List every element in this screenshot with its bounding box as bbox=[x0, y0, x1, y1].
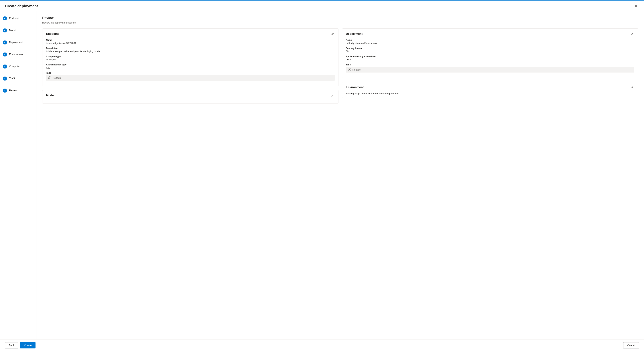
endpoint-description-field: Description this is a sample online endp… bbox=[46, 47, 335, 53]
deployment-insights-label: Application Insights enabled bbox=[346, 55, 634, 58]
step-line-compute bbox=[5, 69, 5, 76]
step-circle-deployment bbox=[3, 41, 7, 45]
endpoint-tags-label: Tags bbox=[46, 72, 335, 74]
step-circle-environment bbox=[3, 53, 7, 57]
endpoint-auth-field: Authentication type Key bbox=[46, 64, 335, 69]
step-label-review: Review bbox=[9, 89, 18, 92]
deployment-name-field: Name od-fridge-items-mlflow-deploy bbox=[346, 39, 634, 45]
close-button[interactable] bbox=[633, 4, 639, 8]
step-line-endpoint bbox=[5, 21, 5, 27]
endpoint-name-value: ic-mc-fridge-items-07272031 bbox=[46, 42, 335, 45]
endpoint-compute-value: Managed bbox=[46, 58, 335, 61]
left-column: Endpoint Name ic-mc-fridge-items-0727203… bbox=[42, 29, 338, 104]
step-label-deployment: Deployment bbox=[9, 41, 23, 44]
step-circle-compute bbox=[3, 65, 7, 69]
deployment-timeout-label: Scoring timeout bbox=[346, 47, 634, 50]
step-connector-review bbox=[3, 89, 7, 93]
cards-row: Endpoint Name ic-mc-fridge-items-0727203… bbox=[42, 29, 638, 104]
step-connector-deployment bbox=[3, 41, 7, 51]
step-review: Review bbox=[0, 88, 36, 93]
deployment-tags-value: No tags bbox=[352, 68, 361, 71]
step-endpoint: Endpoint bbox=[0, 15, 36, 27]
step-line-deployment bbox=[5, 45, 5, 51]
step-connector-traffic bbox=[3, 77, 7, 88]
endpoint-tags-value: No tags bbox=[52, 77, 61, 79]
endpoint-tags-info-icon: i bbox=[48, 76, 51, 79]
environment-edit-button[interactable] bbox=[630, 86, 634, 89]
endpoint-name-field: Name ic-mc-fridge-items-07272031 bbox=[46, 39, 335, 45]
deployment-card: Deployment Name od-fridge-items-mlflow-d… bbox=[342, 29, 638, 78]
step-traffic: Traffic bbox=[0, 76, 36, 88]
create-button[interactable]: Create bbox=[20, 342, 36, 348]
step-circle-endpoint bbox=[3, 17, 7, 21]
step-connector-environment bbox=[3, 53, 7, 64]
endpoint-card: Endpoint Name ic-mc-fridge-items-0727203… bbox=[42, 29, 338, 86]
model-card-header: Model bbox=[46, 94, 335, 98]
deployment-edit-button[interactable] bbox=[630, 32, 634, 36]
review-subtitle: Review the deployment settings bbox=[42, 21, 638, 24]
endpoint-name-label: Name bbox=[46, 39, 335, 41]
step-label-environment: Environment bbox=[9, 53, 24, 56]
model-edit-button[interactable] bbox=[330, 94, 335, 98]
back-button[interactable]: Back bbox=[5, 342, 18, 348]
footer-left-buttons: Back Create bbox=[5, 342, 36, 348]
review-title: Review bbox=[42, 16, 638, 20]
step-deployment: Deployment bbox=[0, 39, 36, 51]
endpoint-description-value: this is a sample online endpoint for dep… bbox=[46, 50, 335, 53]
endpoint-edit-button[interactable] bbox=[330, 32, 335, 36]
dialog-header: Create deployment bbox=[0, 1, 644, 11]
step-circle-review bbox=[3, 89, 7, 93]
deployment-timeout-field: Scoring timeout 60 bbox=[346, 47, 634, 53]
endpoint-card-header: Endpoint bbox=[46, 32, 335, 36]
endpoint-compute-field: Compute type Managed bbox=[46, 55, 335, 61]
endpoint-description-label: Description bbox=[46, 47, 335, 50]
step-label-traffic: Traffic bbox=[9, 77, 16, 80]
deployment-tags-info-icon: i bbox=[348, 68, 351, 71]
step-connector-model bbox=[3, 29, 7, 39]
endpoint-auth-label: Authentication type bbox=[46, 64, 335, 66]
environment-subtitle: Scoring script and environment are auto … bbox=[346, 92, 634, 95]
right-column: Deployment Name od-fridge-items-mlflow-d… bbox=[342, 29, 638, 104]
endpoint-auth-value: Key bbox=[46, 66, 335, 69]
endpoint-card-title: Endpoint bbox=[46, 32, 59, 36]
dialog-body: Endpoint Model Deployment bbox=[0, 11, 644, 339]
environment-card-header: Environment bbox=[346, 86, 634, 89]
model-card-title: Model bbox=[46, 94, 54, 97]
step-model: Model bbox=[0, 27, 36, 39]
cancel-button[interactable]: Cancel bbox=[623, 342, 639, 348]
step-label-model: Model bbox=[9, 29, 16, 32]
steps-sidebar: Endpoint Model Deployment bbox=[0, 11, 36, 339]
step-label-compute: Compute bbox=[9, 65, 20, 68]
step-line-model bbox=[5, 33, 5, 39]
deployment-card-title: Deployment bbox=[346, 32, 363, 36]
deployment-name-value: od-fridge-items-mlflow-deploy bbox=[346, 42, 634, 45]
step-environment: Environment bbox=[0, 51, 36, 64]
deployment-tags-field: Tags i No tags bbox=[346, 64, 634, 73]
create-deployment-dialog: Create deployment Endpoint bbox=[0, 0, 644, 351]
deployment-insights-value: false bbox=[346, 58, 634, 61]
endpoint-compute-label: Compute type bbox=[46, 55, 335, 58]
step-label-endpoint: Endpoint bbox=[9, 17, 19, 20]
dialog-footer: Back Create Cancel bbox=[0, 339, 644, 351]
deployment-card-header: Deployment bbox=[346, 32, 634, 36]
step-connector-endpoint bbox=[3, 17, 7, 27]
step-circle-traffic bbox=[3, 77, 7, 81]
deployment-name-label: Name bbox=[346, 39, 634, 41]
main-content: Review Review the deployment settings En… bbox=[36, 11, 644, 339]
deployment-tags-label: Tags bbox=[346, 64, 634, 66]
endpoint-tags-box: i No tags bbox=[46, 75, 335, 81]
dialog-title: Create deployment bbox=[5, 4, 38, 8]
environment-card: Environment Scoring script and environme… bbox=[342, 82, 638, 98]
model-card: Model bbox=[42, 90, 338, 104]
step-circle-model bbox=[3, 29, 7, 33]
environment-card-title: Environment bbox=[346, 86, 364, 89]
deployment-insights-field: Application Insights enabled false bbox=[346, 55, 634, 61]
step-line-environment bbox=[5, 57, 5, 64]
step-connector-compute bbox=[3, 65, 7, 76]
deployment-tags-box: i No tags bbox=[346, 67, 634, 73]
deployment-timeout-value: 60 bbox=[346, 50, 634, 53]
step-line-traffic bbox=[5, 81, 5, 88]
step-compute: Compute bbox=[0, 64, 36, 76]
endpoint-tags-field: Tags i No tags bbox=[46, 72, 335, 81]
